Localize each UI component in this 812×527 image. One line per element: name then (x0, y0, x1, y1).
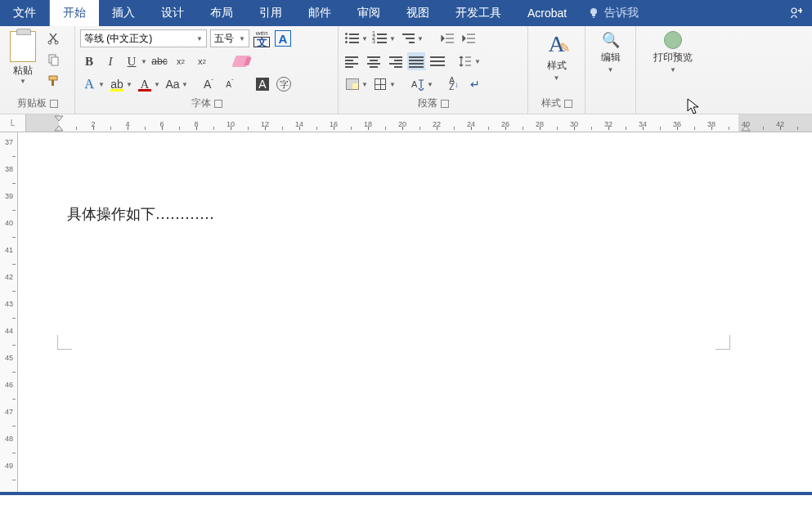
multilevel-dropdown[interactable]: ▼ (417, 35, 424, 42)
font-launcher[interactable] (214, 100, 222, 108)
paragraph-launcher[interactable] (441, 100, 449, 108)
align-justify-icon (409, 56, 424, 67)
borders-dropdown[interactable]: ▼ (389, 81, 396, 88)
increase-indent-button[interactable] (460, 29, 478, 47)
borders-button[interactable] (371, 75, 389, 93)
paste-button[interactable]: 粘贴 ▼ (5, 29, 41, 85)
share-button[interactable] (781, 0, 812, 26)
eraser-icon (231, 56, 250, 67)
font-title: 字体 (191, 96, 211, 110)
find-icon: 🔍 (602, 31, 620, 49)
styles-launcher[interactable] (564, 100, 572, 108)
font-color-button[interactable]: A (136, 75, 154, 93)
text-effects-button[interactable]: A (80, 75, 98, 93)
align-left-button[interactable] (343, 52, 361, 70)
tab-home[interactable]: 开始 (50, 0, 99, 26)
format-painter-button[interactable] (44, 72, 62, 90)
grow-font-button[interactable]: Aˆ (200, 75, 218, 93)
tab-layout[interactable]: 布局 (197, 0, 246, 26)
page-corner-mark (57, 335, 72, 350)
outdent-icon (441, 33, 454, 44)
align-center-button[interactable] (365, 52, 383, 70)
bullets-dropdown[interactable]: ▼ (361, 35, 368, 42)
underline-dropdown[interactable]: ▼ (141, 58, 147, 65)
copy-button[interactable] (44, 51, 62, 69)
shading-button[interactable] (343, 75, 361, 93)
char-shading-button[interactable]: A (253, 75, 271, 93)
edit-dropdown[interactable]: ▼ (608, 66, 614, 74)
bold-button[interactable]: B (80, 52, 98, 70)
cut-button[interactable] (44, 29, 62, 47)
brush-icon (47, 74, 60, 87)
multilevel-icon (401, 32, 415, 45)
multilevel-button[interactable] (399, 29, 417, 47)
framed-a-icon: A (275, 30, 291, 47)
shading-dropdown[interactable]: ▼ (361, 81, 368, 88)
svg-text:A: A (411, 79, 418, 89)
lightbulb-icon (588, 7, 599, 19)
preview-dropdown[interactable]: ▼ (670, 66, 676, 74)
tab-devtools[interactable]: 开发工具 (442, 0, 514, 26)
char-border-button[interactable]: A (274, 29, 292, 47)
shrink-font-button[interactable]: Aˇ (221, 75, 239, 93)
font-size-selector[interactable]: 五号▼ (210, 29, 249, 47)
distribute-button[interactable] (428, 52, 446, 70)
document-area: 37383940414243444546474849 具体操作如下………… (0, 132, 812, 492)
subscript-button[interactable]: x2 (172, 52, 190, 70)
font-color-dropdown[interactable]: ▼ (154, 81, 160, 88)
align-right-button[interactable] (386, 52, 404, 70)
clear-format-button[interactable] (232, 52, 250, 70)
scissors-icon (47, 32, 60, 45)
show-marks-button[interactable]: ↵ (466, 75, 484, 93)
strike-button[interactable]: abc (150, 52, 168, 70)
sort-button[interactable]: AZ↓ (445, 75, 463, 93)
align-left-icon (345, 56, 360, 67)
align-justify-button[interactable] (407, 52, 425, 70)
body-text[interactable]: 具体操作如下………… (67, 204, 214, 224)
line-spacing-dropdown[interactable]: ▼ (474, 58, 481, 65)
tab-view[interactable]: 视图 (393, 0, 442, 26)
highlight-button[interactable]: ab (108, 75, 126, 93)
text-effects-dropdown[interactable]: ▼ (98, 81, 105, 88)
phonetic-guide-button[interactable]: wén文 (253, 29, 271, 47)
italic-button[interactable]: I (101, 52, 119, 70)
bullets-button[interactable] (343, 29, 361, 47)
line-spacing-button[interactable] (456, 52, 474, 70)
text-direction-button[interactable]: A (409, 75, 427, 93)
underline-button[interactable]: U (123, 52, 141, 70)
clipboard-launcher[interactable] (50, 100, 58, 108)
edit-button[interactable]: 🔍 编辑 ▼ (594, 29, 627, 75)
enclose-char-button[interactable]: 字 (275, 75, 293, 93)
font-name-selector[interactable]: 等线 (中文正文)▼ (80, 29, 207, 47)
panel-paragraph: ▼ 123▼ ▼ ▼ ▼ ▼ (339, 26, 528, 114)
phonetic-char: 文 (253, 37, 270, 47)
paste-dropdown[interactable]: ▼ (20, 78, 26, 85)
svg-marker-9 (55, 126, 63, 131)
circled-char-icon: 字 (276, 77, 291, 92)
tab-insert[interactable]: 插入 (99, 0, 148, 26)
tab-mail[interactable]: 邮件 (295, 0, 344, 26)
numbering-button[interactable]: 123 (371, 29, 389, 47)
tab-design[interactable]: 设计 (148, 0, 197, 26)
vertical-ruler[interactable]: 37383940414243444546474849 (0, 132, 18, 492)
change-case-dropdown[interactable]: ▼ (182, 81, 188, 88)
tell-me[interactable]: 告诉我 (580, 0, 647, 26)
styles-button[interactable]: A✎ 样式 ▼ (541, 29, 573, 83)
horizontal-ruler[interactable]: L 24681012141618202224262830323436384042 (0, 114, 812, 132)
page[interactable]: 具体操作如下………… (18, 132, 812, 492)
styles-dropdown[interactable]: ▼ (554, 74, 560, 82)
tab-references[interactable]: 引用 (246, 0, 295, 26)
tab-file[interactable]: 文件 (0, 0, 49, 26)
text-direction-icon: A (410, 78, 425, 91)
tab-review[interactable]: 审阅 (344, 0, 393, 26)
numbering-dropdown[interactable]: ▼ (389, 35, 396, 42)
tab-acrobat[interactable]: Acrobat (514, 0, 580, 26)
superscript-button[interactable]: x2 (193, 52, 211, 70)
print-preview-button[interactable]: 打印预览 ▼ (647, 29, 699, 75)
decrease-indent-button[interactable] (438, 29, 456, 47)
clipboard-icon (10, 31, 36, 62)
highlight-dropdown[interactable]: ▼ (126, 81, 132, 88)
panel-edit: 🔍 编辑 ▼ . (585, 26, 636, 114)
change-case-button[interactable]: Aa (164, 75, 182, 93)
text-direction-dropdown[interactable]: ▼ (427, 81, 433, 88)
